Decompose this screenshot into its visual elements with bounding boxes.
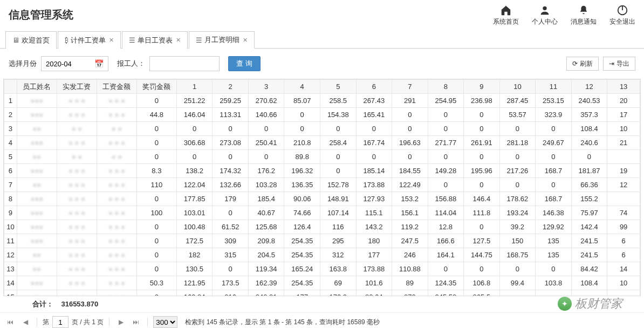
person-input[interactable] (149, 56, 220, 71)
cell-rownum: 2 (4, 108, 17, 122)
tab-label: 单日工资表 (138, 36, 173, 45)
cell-day-7: 119.2 (392, 220, 428, 234)
table-row[interactable]: 15●●● ● ●● ● ●0160.84216240.21177170.280… (4, 290, 640, 296)
cell-day-6: 267.43 (356, 94, 392, 108)
col-day-3: 3 (248, 80, 284, 94)
refresh-button[interactable]: ⟳刷新 (566, 57, 599, 71)
table-row[interactable]: 7●●● ● ●● ● ●110122.04132.66103.28136.35… (4, 178, 640, 192)
table-row[interactable]: 12●●● ● ●● ● ●0182315204.5254.3531217724… (4, 248, 640, 262)
pager-last-button[interactable]: ⏭ (130, 316, 142, 328)
cell-day-2: 113.31 (213, 108, 249, 122)
col-day-6: 6 (356, 80, 392, 94)
summary-row: 合计： 316553.870 (0, 296, 644, 312)
pager-pagesize-select[interactable]: 300 (153, 316, 177, 328)
calendar-icon[interactable]: 📅 (92, 59, 106, 68)
table-row[interactable]: 10●●●● ● ●● ● ●0100.4861.52125.68126.411… (4, 220, 640, 234)
tab-单日工资表[interactable]: ☰单日工资表✕ (122, 31, 188, 49)
close-icon[interactable]: ✕ (176, 37, 181, 44)
tab-欢迎首页[interactable]: 🖥欢迎首页 (5, 31, 57, 49)
cell-day-1: 182 (176, 248, 213, 262)
col-day-11: 11 (536, 80, 572, 94)
table-row[interactable]: 8●●●● ● ●● ● ●0177.85179185.490.06148.91… (4, 192, 640, 206)
cell-rownum: 15 (4, 290, 17, 296)
cell-day-11: 135 (536, 234, 572, 248)
nav-home[interactable]: 系统首页 (493, 4, 519, 26)
query-button[interactable]: 查 询 (228, 56, 261, 71)
table-row[interactable]: 2●●●● ● ●● ● ●44.8146.04113.31140.660154… (4, 108, 640, 122)
cell-wage: ● ● (97, 150, 136, 164)
table-row[interactable]: 11●●●● ● ●● ● ●0172.5309209.8254.3529518… (4, 234, 640, 248)
cell-day-11: 323.9 (536, 108, 572, 122)
cell-rownum: 14 (4, 276, 17, 290)
export-button[interactable]: ⇥导出 (603, 57, 635, 71)
cell-day-9: 0 (464, 108, 500, 122)
cell-day-5: 107.14 (320, 206, 357, 220)
cell-day-13: 20 (607, 94, 640, 108)
cell-day-9: 236.98 (464, 94, 500, 108)
cell-day-3: 176.2 (248, 164, 284, 178)
col-wage: 工资金额 (97, 80, 136, 94)
cell-day-11 (536, 290, 572, 296)
table-row[interactable]: 5●●● ●● ●000089.800000000 (4, 150, 640, 164)
cell-day-12: 66.36 (571, 178, 607, 192)
tab-计件工资单[interactable]: ₿计件工资单✕ (58, 31, 121, 49)
table-row[interactable]: 13●●● ● ●● ● ●0130.50119.34165.24163.817… (4, 262, 640, 276)
cell-paid: ● ● ● (57, 136, 97, 150)
cell-name: ●●● (17, 206, 57, 220)
cell-wage: ● ● ● (97, 248, 136, 262)
pager-next-button[interactable]: ▶ (115, 316, 127, 328)
table-row[interactable]: 14●●●● ● ●● ● ●50.3121.95173.5162.39254.… (4, 276, 640, 290)
table-row[interactable]: 6●●●● ● ●● ● ●8.3138.2174.32176.2196.320… (4, 164, 640, 178)
close-icon[interactable]: ✕ (109, 37, 114, 44)
cell-day-1: 103.01 (176, 206, 213, 220)
cell-rownum: 12 (4, 248, 17, 262)
cell-bonus: 8.3 (136, 164, 176, 178)
cell-day-6: 167.74 (356, 136, 392, 150)
cell-wage: ● ● ● (97, 108, 136, 122)
cell-day-12: 142.4 (571, 220, 607, 234)
table-row[interactable]: 4●●●● ● ●● ● ●0306.68273.08250.41210.825… (4, 136, 640, 150)
cell-day-7: 246 (392, 248, 428, 262)
cell-wage: ● ● ● (97, 262, 136, 276)
cell-day-11: 249.67 (536, 136, 572, 150)
cell-day-8: 166.6 (428, 234, 464, 248)
col-day-2: 2 (213, 80, 249, 94)
cell-rownum: 6 (4, 164, 17, 178)
cell-day-11: 168.7 (536, 164, 572, 178)
cell-day-8: 254.95 (428, 94, 464, 108)
table-row[interactable]: 3●●● ●● ●000000000000108.410 (4, 122, 640, 136)
tab-bar: 🖥欢迎首页₿计件工资单✕☰单日工资表✕☰月工资明细✕ (0, 31, 644, 49)
cell-day-2: 179 (213, 192, 249, 206)
cell-day-1: 306.68 (176, 136, 213, 150)
cell-day-3: 209.8 (248, 234, 284, 248)
table-row[interactable]: 9●●●● ● ●● ● ●100103.01040.6774.66107.14… (4, 206, 640, 220)
nav-power[interactable]: 安全退出 (609, 4, 635, 26)
toolbar: 选择月份 📅 报工人： 查 询 ⟳刷新 ⇥导出 (0, 49, 644, 79)
cell-day-3: 204.5 (248, 248, 284, 262)
close-icon[interactable]: ✕ (243, 37, 248, 44)
cell-day-5: 163.8 (320, 262, 357, 276)
cell-day-2: 0 (213, 122, 249, 136)
cell-name: ●● (17, 248, 57, 262)
pager-first-button[interactable]: ⏮ (4, 316, 16, 328)
cell-bonus: 0 (136, 262, 176, 276)
cell-day-4: 177 (284, 290, 320, 296)
month-input-wrap[interactable]: 📅 (41, 56, 108, 71)
cell-day-6: 115.1 (356, 206, 392, 220)
month-input[interactable] (44, 57, 92, 71)
cell-day-11: 168.7 (536, 192, 572, 206)
cell-bonus: 0 (136, 248, 176, 262)
cell-name: ●●● (17, 276, 57, 290)
cell-wage: ● ● ● (97, 164, 136, 178)
pager-prev-button[interactable]: ◀ (19, 316, 31, 328)
pager-page-input[interactable] (52, 316, 68, 328)
tab-月工资明细[interactable]: ☰月工资明细✕ (189, 31, 255, 49)
nav-user[interactable]: 个人中心 (532, 4, 558, 26)
table-row[interactable]: 1●●●● ● ●● ● ●0251.22259.25270.6285.0725… (4, 94, 640, 108)
cell-rownum: 1 (4, 94, 17, 108)
cell-bonus: 50.3 (136, 276, 176, 290)
cell-day-10: 39.2 (499, 220, 536, 234)
tab-icon: ☰ (129, 36, 135, 44)
cell-day-13: 10 (607, 122, 640, 136)
nav-bell[interactable]: 消息通知 (571, 4, 597, 26)
